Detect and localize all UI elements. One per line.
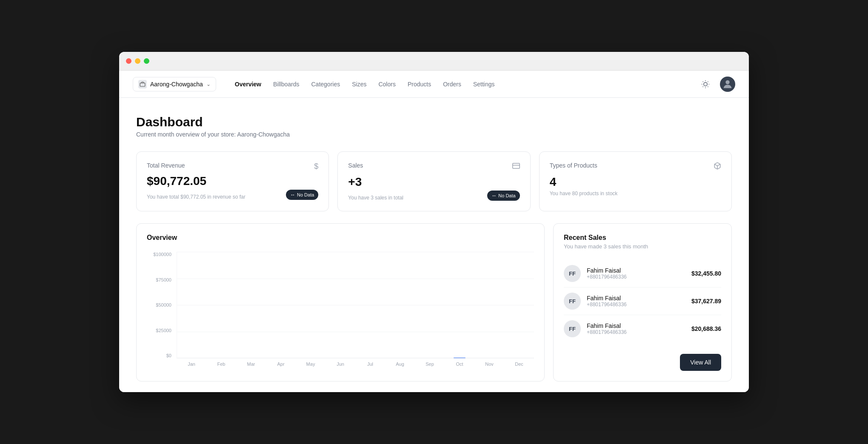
chart-y-label: $50000 [156,302,171,307]
recent-sales-title: Recent Sales [564,234,721,242]
nav-items: Overview Billboards Categories Sizes Col… [230,77,698,91]
sale-name: Fahim Faisal [587,267,685,274]
chart-x-label: Mar [236,359,266,371]
svg-rect-11 [512,163,520,168]
view-all-button[interactable]: View All [680,354,721,371]
sale-name: Fahim Faisal [587,322,685,329]
store-icon [138,80,147,88]
sale-info: Fahim Faisal +8801796486336 [587,295,685,307]
svg-line-4 [703,81,703,82]
chart-y-label: $75000 [156,277,171,282]
no-data-badge-sales: No Data [487,191,520,201]
stat-card-revenue-header: Total Revenue $ [147,162,318,171]
stat-card-revenue-label: Total Revenue [147,162,185,169]
credit-card-icon [512,162,520,172]
nav-item-products[interactable]: Products [403,77,436,91]
chart-grid-line [177,358,534,359]
chart-x-label: Dec [504,359,534,371]
svg-line-9 [708,81,708,82]
stat-card-sales-body: You have 3 sales in total No Data [348,191,520,201]
chart-y-label: $0 [166,353,171,358]
chart-x-label: Oct [445,359,474,371]
chart-x-label: Aug [385,359,415,371]
app-window: Aarong-Chowgacha ⌄ Overview Billboards C… [119,52,749,392]
nav-item-overview[interactable]: Overview [230,77,266,91]
sale-amount: $20,688.36 [691,325,721,332]
svg-line-5 [708,86,708,87]
sales-items: FF Fahim Faisal +8801796486336 $32,455.8… [564,260,721,342]
stat-card-sales-header: Sales [348,162,520,172]
chart-y-label: $25000 [156,328,171,333]
chart-bar-group [445,252,474,358]
chart-bar-group [474,252,504,358]
sale-info: Fahim Faisal +8801796486336 [587,267,685,280]
nav-item-orders[interactable]: Orders [438,77,466,91]
chart-bar-group [296,252,326,358]
chart-bar-group [504,252,534,358]
chart-x-label: Apr [266,359,296,371]
nav-item-sizes[interactable]: Sizes [347,77,371,91]
chart-y-label: $100000 [153,252,171,257]
page-title: Dashboard [136,115,732,129]
sale-amount: $32,455.80 [691,270,721,277]
chart-card: Overview $100000$75000$50000$25000$0 Jan… [136,223,545,381]
package-icon [714,162,721,172]
close-button[interactable] [126,58,131,64]
chart-area: $100000$75000$50000$25000$0 JanFebMarApr… [147,252,534,371]
chart-bar-group [415,252,445,358]
chart-bar-group [207,252,237,358]
minimize-button[interactable] [135,58,140,64]
maximize-button[interactable] [144,58,149,64]
chart-bar-group [356,252,385,358]
sale-name: Fahim Faisal [587,295,685,302]
sale-amount: $37,627.89 [691,298,721,305]
traffic-lights [126,58,149,64]
chart-x-label: Nov [474,359,504,371]
theme-toggle-button[interactable] [698,77,713,92]
chart-x-label: May [296,359,326,371]
bottom-grid: Overview $100000$75000$50000$25000$0 Jan… [136,223,732,381]
nav-actions [698,77,735,92]
nav-item-colors[interactable]: Colors [373,77,400,91]
sale-avatar: FF [564,320,581,337]
nav-item-settings[interactable]: Settings [468,77,500,91]
chart-x-label: Jan [177,359,206,371]
svg-line-8 [703,86,703,87]
view-all-row: View All [564,345,721,371]
titlebar [119,52,749,71]
stat-card-sales: Sales +3 You have 3 sales in total No Da… [337,151,530,211]
sale-avatar: FF [564,293,581,310]
chart-y-axis: $100000$75000$50000$25000$0 [147,252,177,358]
recent-sales-subtitle: You have made 3 sales this month [564,243,721,250]
sale-phone: +8801796486336 [587,329,685,335]
stat-card-products-value: 4 [550,175,721,189]
navbar: Aarong-Chowgacha ⌄ Overview Billboards C… [119,71,749,98]
sale-item: FF Fahim Faisal +8801796486336 $37,627.8… [564,287,721,315]
chart-x-label: Feb [206,359,236,371]
page-subtitle: Current month overview of your store: Aa… [136,131,732,138]
nav-item-billboards[interactable]: Billboards [268,77,304,91]
chart-x-label: Jul [355,359,385,371]
svg-rect-0 [140,83,145,86]
stat-card-revenue-desc: You have total $90,772.05 in revenue so … [147,194,246,200]
stat-card-products-body: You have 80 products in stock [550,191,721,196]
sale-phone: +8801796486336 [587,302,685,307]
store-name: Aarong-Chowgacha [150,81,203,88]
sale-phone: +8801796486336 [587,274,685,280]
sale-item: FF Fahim Faisal +8801796486336 $20,688.3… [564,315,721,342]
chart-bar-group [266,252,296,358]
svg-point-10 [725,80,729,84]
stat-card-sales-value: +3 [348,175,520,189]
nav-item-categories[interactable]: Categories [306,77,345,91]
dollar-icon: $ [314,162,318,171]
stat-card-revenue-body: You have total $90,772.05 in revenue so … [147,190,318,200]
chart-title: Overview [147,234,534,242]
stat-card-sales-label: Sales [348,162,363,169]
chart-plot [177,252,534,358]
sale-item: FF Fahim Faisal +8801796486336 $32,455.8… [564,260,721,287]
main-content: Dashboard Current month overview of your… [119,98,749,392]
recent-sales-card: Recent Sales You have made 3 sales this … [553,223,732,381]
stat-card-products-header: Types of Products [550,162,721,172]
store-selector[interactable]: Aarong-Chowgacha ⌄ [133,77,216,91]
user-avatar[interactable] [720,77,735,92]
